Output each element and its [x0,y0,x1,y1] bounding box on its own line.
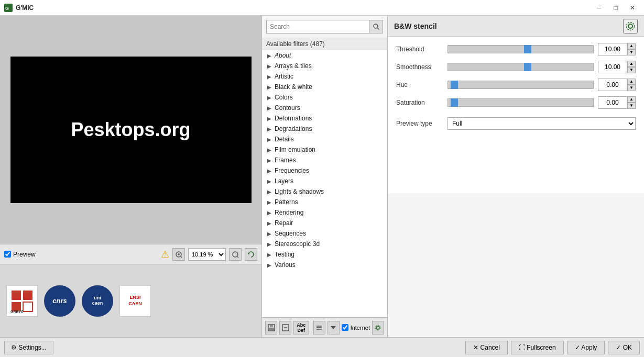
preview-image-area: Pesktops.org [0,16,261,244]
filter-list-item[interactable]: ▶ About [262,50,387,61]
spinner-down-button[interactable]: ▼ [627,103,636,109]
titlebar-controls: ─ □ ✕ [592,2,640,14]
svg-point-6 [233,252,238,257]
filter-list-item[interactable]: ▶ Stereoscopic 3d [262,239,387,249]
param-spinner: ▲ ▼ [627,79,636,91]
expand-arrow-icon: ▶ [267,252,271,258]
fullscreen-button[interactable]: ⛶ Fullscreen [511,341,564,354]
param-value-input-threshold[interactable] [598,43,627,55]
preview-checkbox-label[interactable]: Preview [4,251,36,258]
close-button[interactable]: ✕ [625,2,640,14]
param-row-hue: Hue ▲ ▼ [396,79,636,91]
expand-arrow-icon: ▶ [267,95,271,101]
param-value-input-smoothness[interactable] [598,61,627,73]
filter-internet-area: Internet [342,324,370,331]
filter-list-item[interactable]: ▶ Artistic [262,71,387,82]
param-label: Hue [396,81,443,88]
filter-list-item[interactable]: ▶ Deformations [262,113,387,124]
spinner-down-button[interactable]: ▼ [627,49,636,55]
maximize-button[interactable]: □ [608,2,623,14]
spinner-up-button[interactable]: ▲ [627,61,636,67]
zoom-original-button[interactable] [229,248,242,261]
expand-arrow-icon: ▶ [267,220,271,226]
filter-list-item[interactable]: ▶ Patterns [262,197,387,207]
filter-item-label: Film emulation [275,146,315,153]
filter-item-label: Details [275,136,294,143]
refresh-button[interactable] [245,248,257,261]
param-slider-hue[interactable] [447,81,594,89]
param-slider-threshold[interactable] [447,45,594,53]
preview-type-select[interactable]: FullForward horizontalForward verticalBa… [447,117,636,130]
filter-list-item[interactable]: ▶ Repair [262,218,387,228]
param-value-input-hue[interactable] [598,79,627,91]
param-slider-saturation[interactable] [447,98,594,107]
internet-checkbox[interactable] [342,324,348,331]
spinner-down-button[interactable]: ▼ [627,85,636,91]
filter-list-item[interactable]: ▶ Colors [262,92,387,103]
expand-arrow-icon: ▶ [267,178,271,184]
zoom-fit-button[interactable] [172,248,185,261]
refresh-icon [247,251,255,258]
spinner-down-button[interactable]: ▼ [627,67,636,73]
search-input[interactable] [266,20,369,34]
filter-list-item[interactable]: ▶ Details [262,134,387,144]
spinner-up-button[interactable]: ▲ [627,79,636,85]
spinner-up-button[interactable]: ▲ [627,43,636,49]
svg-rect-13 [23,302,32,311]
settings-body: Threshold ▲ ▼ Smoothness ▲ ▼ [388,37,644,193]
filter-toolbar: AbcDef Internet [262,317,387,337]
expand-button[interactable] [328,321,340,334]
apply-button[interactable]: ✓ Apply [567,341,605,354]
filter-list-item[interactable]: ▶ Rendering [262,207,387,218]
param-spinner: ▲ ▼ [627,61,636,73]
abcdef-label: AbcDef [297,322,305,333]
svg-text:G: G [5,6,9,11]
abcdef-button[interactable]: AbcDef [293,321,309,334]
zoom-fit-icon [175,251,182,258]
expand-arrow-icon: ▶ [267,189,271,195]
filter-list-item[interactable]: ▶ Frames [262,155,387,165]
filter-item-label: Degradations [275,125,312,132]
param-value-box: ▲ ▼ [598,43,636,55]
logos-area: GREYC cnrs uni caen ENSICAEN [0,264,261,337]
settings-panel: B&W stencil Threshold ▲ ▼ [388,16,644,337]
titlebar-left: G G'MIC [4,4,34,12]
ok-button[interactable]: ✓ OK [608,341,640,354]
param-slider-smoothness[interactable] [447,63,594,71]
filter-list-item[interactable]: ▶ Various [262,260,387,270]
remove-filter-button[interactable] [279,321,291,334]
param-row-threshold: Threshold ▲ ▼ [396,43,636,55]
filter-item-label: Various [275,261,296,269]
filter-list-item[interactable]: ▶ Black & white [262,82,387,92]
gear-icon [625,20,636,32]
filter-list-item[interactable]: ▶ Frequencies [262,165,387,176]
search-button[interactable] [369,20,383,34]
svg-line-16 [377,28,379,30]
filter-list-item[interactable]: ▶ Arrays & tiles [262,61,387,71]
svg-line-7 [237,256,238,258]
internet-label: Internet [351,325,370,331]
app-icon: G [4,4,13,12]
filter-list-item[interactable]: ▶ Testing [262,249,387,260]
settings-header: B&W stencil [388,16,644,37]
list-view-button[interactable] [313,321,325,334]
filter-list-item[interactable]: ▶ Lights & shadows [262,186,387,197]
filter-list-item[interactable]: ▶ Film emulation [262,144,387,155]
cancel-button[interactable]: ✕ Cancel [465,341,508,354]
filter-list-item[interactable]: ▶ Degradations [262,124,387,134]
svg-line-3 [181,256,182,258]
preview-checkbox[interactable] [4,251,11,258]
filter-list-item[interactable]: ▶ Layers [262,176,387,186]
settings-small-button[interactable] [372,321,384,334]
spinner-up-button[interactable]: ▲ [627,96,636,103]
minimize-button[interactable]: ─ [592,2,606,14]
expand-arrow-icon: ▶ [267,147,271,153]
settings-button[interactable]: ⚙ Settings... [4,341,53,354]
add-filter-button[interactable] [265,321,277,334]
filter-list-item[interactable]: ▶ Sequences [262,228,387,239]
param-value-input-saturation[interactable] [598,96,627,109]
zoom-select[interactable]: 10.19 % [188,248,226,261]
filter-list-item[interactable]: ▶ Contours [262,103,387,113]
settings-gear-button[interactable] [623,19,638,34]
svg-marker-25 [331,326,336,329]
